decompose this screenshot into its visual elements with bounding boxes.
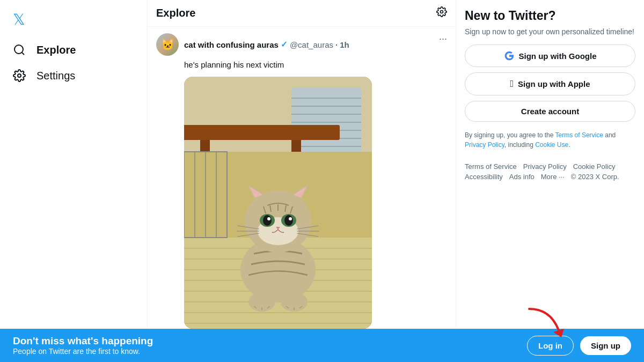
sidebar-item-settings[interactable]: Settings [6, 63, 141, 88]
bottom-bar: Don't miss what's happening People on Tw… [0, 329, 644, 362]
tweet-header: 🐱 cat with confusing auras ✓ @cat_auras … [156, 33, 447, 56]
cookie-use-link[interactable]: Cookie Use [535, 141, 568, 149]
tweet-author-name: cat with confusing auras [184, 40, 279, 49]
terms-prefix: By signing up, you agree to the [465, 131, 555, 139]
feed-settings-icon[interactable] [436, 6, 447, 20]
tweet-name-row: cat with confusing auras ✓ @cat_auras · … [184, 40, 349, 49]
right-sidebar: New to Twitter? Sign up now to get your … [456, 0, 644, 329]
terms-text: By signing up, you agree to the Terms of… [465, 130, 635, 150]
sidebar-settings-label: Settings [36, 70, 75, 82]
signup-button[interactable]: Sign up [580, 336, 631, 355]
footer-privacy[interactable]: Privacy Policy [523, 162, 567, 171]
twitter-logo: 𝕏 [6, 4, 141, 35]
sign-up-google-label: Sign up with Google [519, 51, 597, 61]
footer-more[interactable]: More ··· [541, 173, 565, 181]
search-icon [13, 43, 26, 56]
sidebar-explore-label: Explore [36, 44, 76, 56]
sign-up-google-button[interactable]: Sign up with Google [465, 45, 635, 67]
footer-ads[interactable]: Ads info [509, 173, 535, 181]
feed: Explore 🐱 cat with confusing auras ✓ @ca… [148, 0, 456, 329]
svg-point-48 [289, 217, 292, 220]
svg-point-2 [18, 74, 21, 77]
new-to-twitter-section: New to Twitter? Sign up now to get your … [465, 9, 635, 181]
feed-header: Explore [148, 0, 456, 27]
bottom-bar-actions: Log in Sign up [527, 336, 631, 356]
tweet-time: · [335, 40, 338, 49]
privacy-policy-link[interactable]: Privacy Policy [465, 141, 504, 149]
footer-terms[interactable]: Terms of Service [465, 162, 517, 171]
verified-badge-icon: ✓ [281, 40, 288, 49]
terms-including: , including [504, 141, 535, 149]
settings-icon [13, 69, 26, 82]
feed-title: Explore [156, 7, 195, 19]
avatar-image: 🐱 [156, 33, 179, 56]
terms-and: and [603, 131, 616, 139]
terms-end: . [568, 141, 570, 149]
svg-point-45 [263, 215, 272, 226]
tweet-text: he's planning his next victim [184, 59, 447, 71]
tweet: 🐱 cat with confusing auras ✓ @cat_auras … [148, 27, 456, 329]
bottom-bar-sub: People on Twitter are the first to know. [13, 347, 153, 356]
svg-point-0 [14, 45, 23, 54]
sidebar: 𝕏 Explore Settings [0, 0, 148, 329]
sign-up-apple-button[interactable]:  Sign up with Apple [465, 72, 635, 95]
twitter-bird-icon: 𝕏 [13, 11, 25, 28]
new-to-twitter-title: New to Twitter? [465, 9, 635, 23]
footer-links: Terms of Service Privacy Policy Cookie P… [465, 162, 635, 181]
terms-of-service-link[interactable]: Terms of Service [555, 131, 603, 139]
create-account-button[interactable]: Create account [465, 101, 635, 122]
footer-cookie[interactable]: Cookie Policy [573, 162, 616, 171]
tweet-meta: cat with confusing auras ✓ @cat_auras · … [184, 40, 349, 49]
apple-icon:  [510, 78, 514, 90]
new-to-twitter-subtitle: Sign up now to get your own personalized… [465, 27, 635, 36]
footer-copyright: © 2023 X Corp. [571, 173, 619, 181]
tweet-more-icon[interactable]: ··· [439, 33, 447, 45]
tweet-timestamp: 1h [340, 40, 349, 49]
login-button[interactable]: Log in [527, 336, 574, 356]
create-account-label: Create account [521, 107, 579, 116]
avatar: 🐱 [156, 33, 179, 56]
footer-accessibility[interactable]: Accessibility [465, 173, 503, 181]
svg-line-1 [22, 53, 24, 55]
tweet-image [184, 77, 372, 329]
bottom-bar-heading: Don't miss what's happening [13, 335, 153, 347]
svg-point-47 [267, 217, 270, 220]
sidebar-item-explore[interactable]: Explore [6, 37, 141, 63]
svg-rect-15 [184, 125, 340, 140]
svg-point-46 [284, 215, 293, 226]
bottom-bar-text: Don't miss what's happening People on Tw… [13, 335, 153, 356]
tweet-author-row: 🐱 cat with confusing auras ✓ @cat_auras … [156, 33, 349, 56]
svg-point-3 [441, 11, 443, 13]
tweet-handle: @cat_auras [290, 40, 333, 49]
google-icon [504, 50, 515, 61]
sign-up-apple-label: Sign up with Apple [518, 79, 590, 88]
